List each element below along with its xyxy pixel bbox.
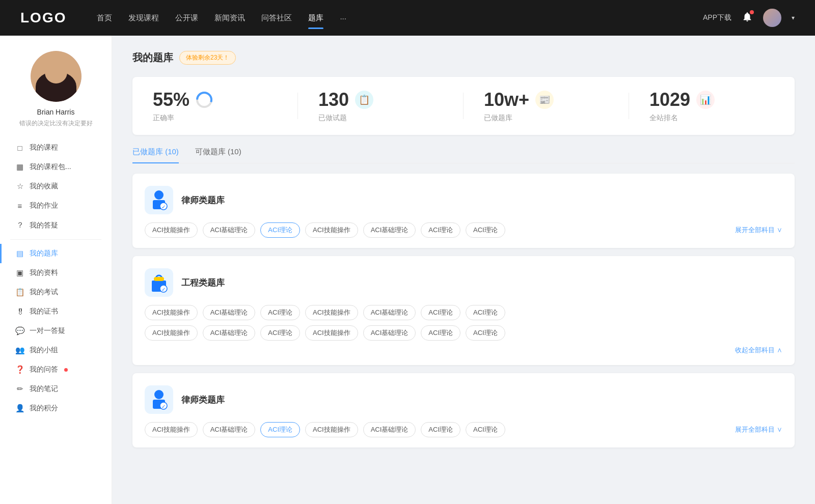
tag-3[interactable]: ACI技能操作: [305, 305, 358, 320]
sidebar-item-我的积分[interactable]: 👤我的积分: [0, 399, 112, 418]
sidebar-item-我的收藏[interactable]: ☆我的收藏: [0, 177, 112, 196]
bank-card-0: ✓ 律师类题库 ACI技能操作ACI基础理论ACI理论ACI技能操作ACI基础理…: [132, 174, 795, 248]
tab-0[interactable]: 已做题库 (10): [132, 147, 179, 163]
tag-row2-3[interactable]: ACI技能操作: [305, 325, 358, 341]
tab-1[interactable]: 可做题库 (10): [195, 147, 241, 163]
nav-link-公开课[interactable]: 公开课: [175, 11, 198, 25]
tag-3[interactable]: ACI技能操作: [305, 222, 358, 238]
banks-container: ✓ 律师类题库 ACI技能操作ACI基础理论ACI理论ACI技能操作ACI基础理…: [132, 174, 795, 447]
menu-label: 我的收藏: [30, 182, 58, 191]
sidebar-username: Brian Harris: [37, 108, 75, 116]
tag-row2-5[interactable]: ACI理论: [421, 325, 460, 341]
nav-link-新闻资讯[interactable]: 新闻资讯: [214, 11, 245, 25]
stat-item-2: 10w+ 📰 已做题库: [464, 89, 629, 123]
expand-button[interactable]: 展开全部科目 ∨: [735, 425, 782, 434]
stat-label: 已做试题: [318, 114, 347, 123]
tag-0[interactable]: ACI技能操作: [145, 305, 198, 320]
tag-2[interactable]: ACI理论: [260, 222, 300, 238]
stat-label: 已做题库: [484, 114, 512, 123]
menu-icon: □: [15, 144, 24, 152]
menu-icon: ❓: [15, 365, 24, 374]
sidebar-item-我的小组[interactable]: 👥我的小组: [0, 341, 112, 360]
menu-notification-dot: [64, 368, 68, 372]
tag-row2-1[interactable]: ACI基础理论: [203, 325, 256, 341]
tag-4[interactable]: ACI基础理论: [363, 305, 416, 320]
tags-row-1: ACI技能操作ACI基础理论ACI理论ACI技能操作ACI基础理论ACI理论AC…: [145, 222, 782, 238]
tag-6[interactable]: ACI理论: [466, 305, 505, 320]
tag-1[interactable]: ACI基础理论: [203, 422, 256, 437]
expand-button[interactable]: 展开全部科目 ∨: [735, 226, 782, 235]
tag-2[interactable]: ACI理论: [260, 305, 300, 320]
tag-3[interactable]: ACI技能操作: [305, 422, 358, 437]
trial-badge: 体验剩余23天！: [179, 51, 236, 65]
menu-label: 一对一答疑: [30, 326, 65, 335]
bank-title: 工程类题库: [181, 277, 225, 289]
menu-label: 我的答疑: [30, 221, 58, 230]
nav-link-发现课程[interactable]: 发现课程: [128, 11, 159, 25]
nav-link-问答社区[interactable]: 问答社区: [261, 11, 292, 25]
tag-row2-2[interactable]: ACI理论: [260, 325, 300, 341]
sidebar-item-我的答疑[interactable]: ？我的答疑: [0, 215, 112, 235]
sidebar-item-我的问答[interactable]: ❓我的问答: [0, 360, 112, 379]
menu-label: 我的题库: [30, 249, 58, 258]
sidebar-item-我的笔记[interactable]: ✏我的笔记: [0, 379, 112, 399]
collapse-button[interactable]: 收起全部科目 ∧: [735, 346, 782, 355]
sidebar-item-我的题库[interactable]: ▤我的题库: [0, 244, 112, 263]
collapse-button-container: 收起全部科目 ∧: [145, 346, 782, 355]
tag-1[interactable]: ACI基础理论: [203, 222, 256, 238]
nav-right: APP下载 ▾: [703, 9, 795, 27]
tag-row2-4[interactable]: ACI基础理论: [363, 325, 416, 341]
menu-label: 我的作业: [30, 201, 58, 210]
app-download-button[interactable]: APP下载: [703, 13, 731, 22]
svg-rect-7: [154, 277, 164, 281]
page-layout: Brian Harris 错误的决定比没有决定要好 □我的课程▦我的课程包...…: [0, 36, 815, 504]
nav-link-···[interactable]: ···: [340, 12, 346, 24]
stat-item-0: 55% 正确率: [132, 89, 298, 123]
tag-5[interactable]: ACI理论: [421, 305, 460, 320]
notification-bell[interactable]: [742, 11, 753, 24]
tag-2[interactable]: ACI理论: [260, 422, 300, 437]
stat-value: 130: [318, 89, 349, 110]
tag-5[interactable]: ACI理论: [421, 222, 460, 238]
nav-link-首页[interactable]: 首页: [97, 11, 112, 25]
tag-6[interactable]: ACI理论: [466, 222, 505, 238]
tags-row-1: ACI技能操作ACI基础理论ACI理论ACI技能操作ACI基础理论ACI理论AC…: [145, 305, 782, 320]
note-teal-icon: 📋: [355, 91, 373, 109]
sidebar-item-我的课程包...[interactable]: ▦我的课程包...: [0, 157, 112, 177]
sidebar-item-我的作业[interactable]: ≡我的作业: [0, 196, 112, 215]
sidebar-divider: [10, 239, 101, 240]
sidebar-motto: 错误的决定比没有决定要好: [19, 119, 93, 128]
avatar-face: [31, 51, 82, 102]
svg-text:✓: ✓: [161, 287, 166, 292]
tag-4[interactable]: ACI基础理论: [363, 422, 416, 437]
tag-row2-6[interactable]: ACI理论: [466, 325, 505, 341]
sidebar-item-我的考试[interactable]: 📋我的考试: [0, 283, 112, 302]
menu-icon: 👥: [15, 346, 24, 355]
menu-icon: ▦: [15, 162, 24, 172]
tag-4[interactable]: ACI基础理论: [363, 222, 416, 238]
nav-link-题库[interactable]: 题库: [308, 11, 323, 25]
tag-1[interactable]: ACI基础理论: [203, 305, 256, 320]
bank-icon: ✓: [145, 385, 173, 414]
bank-title: 律师类题库: [181, 194, 225, 206]
sidebar-item-我的资料[interactable]: ▣我的资料: [0, 263, 112, 283]
bar-red-icon: 📊: [696, 91, 715, 109]
stat-value: 10w+: [484, 89, 529, 110]
user-avatar[interactable]: [763, 9, 781, 27]
page-title: 我的题库: [132, 51, 173, 65]
tag-row2-0[interactable]: ACI技能操作: [145, 325, 198, 341]
tag-0[interactable]: ACI技能操作: [145, 222, 198, 238]
sidebar: Brian Harris 错误的决定比没有决定要好 □我的课程▦我的课程包...…: [0, 36, 112, 504]
stats-row: 55% 正确率 130 📋 已做试题 10w+ 📰 已做题库 1029 📊 全站…: [132, 77, 795, 135]
sidebar-item-一对一答疑[interactable]: 💬一对一答疑: [0, 321, 112, 341]
stat-value: 1029: [649, 89, 690, 110]
menu-icon: 🎖: [15, 307, 24, 316]
tag-5[interactable]: ACI理论: [421, 422, 460, 437]
sidebar-item-我的证书[interactable]: 🎖我的证书: [0, 302, 112, 321]
user-menu-dropdown[interactable]: ▾: [792, 14, 795, 21]
tag-0[interactable]: ACI技能操作: [145, 422, 198, 437]
bank-card-header: ✓ 工程类题库: [145, 268, 782, 297]
tag-6[interactable]: ACI理论: [466, 422, 505, 437]
sidebar-item-我的课程[interactable]: □我的课程: [0, 138, 112, 157]
bank-card-2: ✓ 律师类题库 ACI技能操作ACI基础理论ACI理论ACI技能操作ACI基础理…: [132, 373, 795, 447]
